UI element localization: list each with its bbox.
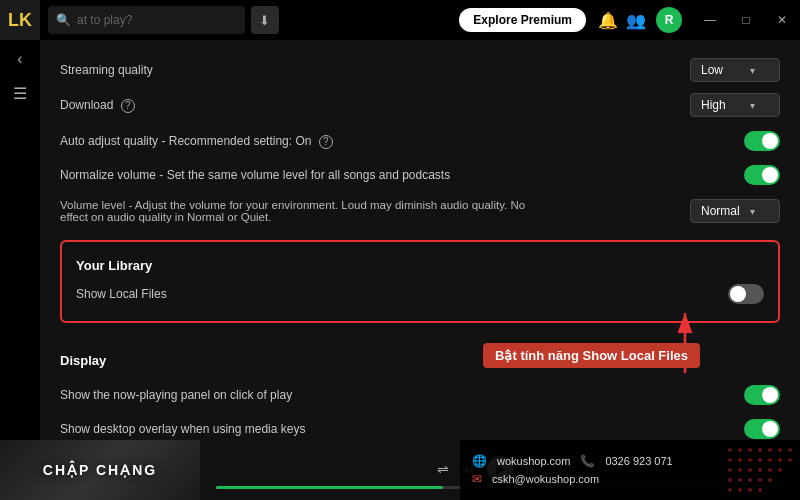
desktop-overlay-label: Show desktop overlay when using media ke…: [60, 422, 744, 436]
email-text: cskh@wokushop.com: [492, 473, 599, 485]
svg-point-30: [768, 478, 772, 482]
svg-point-21: [758, 488, 762, 492]
help-icon[interactable]: ?: [319, 135, 333, 149]
volume-level-dropdown[interactable]: Normal ▾: [690, 199, 780, 223]
album-title: CHẬP CHẠNG: [43, 462, 157, 478]
nav-icons: 🔔 👥: [598, 11, 646, 30]
phone-text: 0326 923 071: [605, 455, 672, 467]
svg-point-23: [778, 448, 782, 452]
svg-point-20: [748, 488, 752, 492]
desktop-overlay-toggle[interactable]: [744, 419, 780, 439]
app-logo: LK: [0, 0, 40, 40]
svg-point-18: [728, 488, 732, 492]
toggle-knob: [762, 387, 778, 403]
library-heading: Your Library: [76, 258, 764, 273]
svg-point-12: [748, 468, 752, 472]
bottom-bar: CHẬP CHẠNG ⇌ ⏮ ▶ ⏭ ↺ 🌐 wokushop.com 📞 03…: [0, 440, 800, 500]
svg-point-26: [778, 458, 782, 462]
now-playing-label: Show the now-playing panel on click of p…: [60, 388, 744, 402]
svg-point-10: [728, 468, 732, 472]
auto-adjust-row: Auto adjust quality - Recommended settin…: [60, 124, 780, 158]
toggle-knob: [762, 421, 778, 437]
main-content: Streaming quality Low ▾ Download ? High …: [40, 40, 800, 440]
menu-icon[interactable]: ☰: [13, 84, 27, 103]
show-local-files-label: Show Local Files: [76, 287, 728, 301]
search-bar[interactable]: 🔍 at to play?: [48, 6, 245, 34]
svg-point-2: [728, 448, 732, 452]
svg-point-24: [788, 448, 792, 452]
sidebar: ‹ ☰: [0, 40, 40, 440]
download-label: Download ?: [60, 98, 690, 113]
download-icon[interactable]: ⬇: [251, 6, 279, 34]
bell-icon[interactable]: 🔔: [598, 11, 618, 30]
watermark: 🌐 wokushop.com 📞 0326 923 071 ✉ cskh@wok…: [460, 440, 800, 500]
chevron-down-icon: ▾: [750, 206, 755, 217]
now-playing-row: Show the now-playing panel on click of p…: [60, 378, 780, 412]
phone-icon: 📞: [580, 454, 595, 468]
normalize-toggle[interactable]: [744, 165, 780, 185]
back-icon[interactable]: ‹: [17, 50, 22, 68]
now-playing-toggle[interactable]: [744, 385, 780, 405]
svg-point-28: [768, 468, 772, 472]
normalize-label: Normalize volume - Set the same volume l…: [60, 168, 744, 182]
close-button[interactable]: ✕: [764, 0, 800, 40]
album-thumbnail: CHẬP CHẠNG: [0, 440, 200, 500]
svg-point-13: [758, 468, 762, 472]
svg-point-5: [758, 448, 762, 452]
explore-premium-button[interactable]: Explore Premium: [459, 8, 586, 32]
download-row: Download ? High ▾: [60, 86, 780, 124]
streaming-quality-dropdown[interactable]: Low ▾: [690, 58, 780, 82]
shuffle-icon[interactable]: ⇌: [437, 461, 449, 477]
svg-point-27: [788, 458, 792, 462]
svg-point-11: [738, 468, 742, 472]
website-text: wokushop.com: [497, 455, 570, 467]
toggle-knob: [762, 167, 778, 183]
dot-pattern: [720, 440, 800, 500]
chevron-down-icon: ▾: [750, 100, 755, 111]
search-placeholder: at to play?: [77, 13, 132, 27]
svg-point-7: [738, 458, 742, 462]
annotation-text: Bật tính năng Show Local Files: [483, 343, 700, 368]
minimize-button[interactable]: —: [692, 0, 728, 40]
svg-point-29: [778, 468, 782, 472]
svg-point-6: [728, 458, 732, 462]
globe-icon: 🌐: [472, 454, 487, 468]
progress-fill: [216, 486, 443, 489]
svg-point-9: [758, 458, 762, 462]
show-local-files-toggle[interactable]: [728, 284, 764, 304]
svg-point-19: [738, 488, 742, 492]
user-avatar[interactable]: R: [656, 7, 682, 33]
email-icon: ✉: [472, 472, 482, 486]
svg-point-14: [728, 478, 732, 482]
volume-level-label: Volume level - Adjust the volume for you…: [60, 199, 560, 223]
svg-point-22: [768, 448, 772, 452]
titlebar: LK 🔍 at to play? ⬇ Explore Premium 🔔 👥 R…: [0, 0, 800, 40]
search-icon: 🔍: [56, 13, 71, 27]
toggle-knob: [762, 133, 778, 149]
svg-point-3: [738, 448, 742, 452]
svg-point-8: [748, 458, 752, 462]
help-icon[interactable]: ?: [121, 99, 135, 113]
svg-point-17: [758, 478, 762, 482]
svg-point-16: [748, 478, 752, 482]
friends-icon[interactable]: 👥: [626, 11, 646, 30]
desktop-overlay-row: Show desktop overlay when using media ke…: [60, 412, 780, 440]
svg-point-25: [768, 458, 772, 462]
maximize-button[interactable]: □: [728, 0, 764, 40]
svg-point-15: [738, 478, 742, 482]
streaming-quality-row: Streaming quality Low ▾: [60, 54, 780, 86]
toggle-knob: [730, 286, 746, 302]
normalize-volume-row: Normalize volume - Set the same volume l…: [60, 158, 780, 192]
auto-adjust-label: Auto adjust quality - Recommended settin…: [60, 134, 744, 149]
auto-adjust-toggle[interactable]: [744, 131, 780, 151]
window-controls: — □ ✕: [692, 0, 800, 40]
chevron-down-icon: ▾: [750, 65, 755, 76]
download-dropdown[interactable]: High ▾: [690, 93, 780, 117]
volume-level-row: Volume level - Adjust the volume for you…: [60, 192, 780, 230]
svg-point-4: [748, 448, 752, 452]
streaming-quality-label: Streaming quality: [60, 63, 690, 77]
